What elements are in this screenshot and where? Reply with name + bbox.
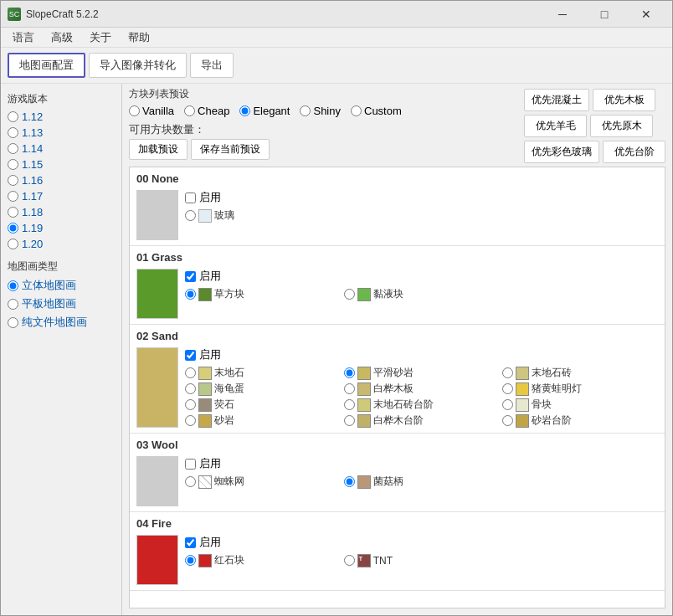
choice-slime[interactable]: 黏液块	[344, 287, 500, 301]
priority-plank-btn[interactable]: 优先木板	[593, 89, 655, 111]
map-type-flat[interactable]: 平板地图画	[8, 295, 115, 312]
toolbar-export[interactable]: 导出	[190, 53, 234, 78]
yellow-lamp-label: 猪黄蛙明灯	[532, 382, 582, 396]
group-sand-checkbox[interactable]	[185, 350, 196, 361]
close-button[interactable]: ✕	[627, 1, 665, 28]
priority-log-btn[interactable]: 优先原木	[590, 115, 653, 137]
group-fire-checkbox[interactable]	[185, 537, 196, 548]
choice-grass-block[interactable]: 草方块	[185, 287, 341, 301]
group-fire-swatch	[136, 535, 178, 585]
group-none-checkbox[interactable]	[185, 192, 196, 203]
version-112[interactable]: 1.12	[8, 110, 115, 124]
group-sand-enable[interactable]: 启用	[185, 347, 658, 362]
birch-planks-label: 白桦木板	[373, 382, 414, 396]
group-wool-enable[interactable]: 启用	[185, 456, 658, 471]
preset-section-title: 方块列表预设	[129, 87, 517, 101]
version-113[interactable]: 1.13	[8, 126, 115, 140]
choice-birch-stair[interactable]: 白桦木台阶	[344, 413, 500, 428]
version-117[interactable]: 1.17	[8, 189, 115, 203]
menu-help[interactable]: 帮助	[120, 28, 158, 47]
priority-concrete-btn[interactable]: 优先混凝土	[524, 89, 589, 111]
load-preset-button[interactable]: 加载预设	[129, 139, 188, 160]
choice-sandstone-stair[interactable]: 砂岩台阶	[502, 413, 658, 428]
toolbar-import-convert[interactable]: 导入图像并转化	[89, 53, 187, 78]
choice-glass[interactable]: 玻璃	[185, 208, 341, 223]
toolbar-map-config[interactable]: 地图画配置	[8, 53, 85, 78]
available-blocks-label: 可用方块数量：	[129, 122, 205, 137]
group-fire-enable[interactable]: 启用	[185, 535, 658, 550]
version-116-label: 1.16	[22, 174, 43, 187]
birch-stair-label: 白桦木台阶	[373, 413, 424, 428]
maximize-button[interactable]: □	[585, 1, 624, 28]
menu-language[interactable]: 语言	[4, 28, 43, 47]
group-sand: 02 Sand 启用 末	[130, 325, 665, 434]
group-fire-enable-label: 启用	[199, 535, 221, 550]
group-grass-swatch	[136, 269, 178, 319]
version-120[interactable]: 1.20	[8, 237, 115, 251]
map-type-3d[interactable]: 立体地图画	[8, 277, 115, 294]
slime-icon	[357, 288, 371, 301]
priority-glass-btn[interactable]: 优先彩色玻璃	[524, 141, 599, 163]
group-sand-choices: 末地石 平滑砂岩 末地石砖	[185, 366, 658, 428]
group-sand-inner: 启用 末地石	[136, 347, 658, 428]
choice-endstone[interactable]: 末地石	[185, 366, 341, 380]
version-114[interactable]: 1.14	[8, 141, 115, 156]
group-grass-inner: 启用 草方块	[136, 269, 658, 319]
choice-yellow-lamp[interactable]: 猪黄蛙明灯	[502, 382, 658, 396]
tnt-icon: T	[357, 554, 371, 567]
endstone-label: 末地石	[214, 366, 244, 380]
save-preset-button[interactable]: 保存当前预设	[191, 139, 270, 160]
group-sand-enable-label: 启用	[199, 347, 221, 362]
priority-slab-btn[interactable]: 优先台阶	[603, 141, 665, 163]
window-controls: ─ □ ✕	[543, 1, 665, 28]
group-none-enable[interactable]: 启用	[185, 190, 658, 205]
version-120-label: 1.20	[22, 238, 43, 250]
minimize-button[interactable]: ─	[543, 1, 582, 28]
group-wool-checkbox[interactable]	[185, 459, 196, 470]
choice-end-stone-brick[interactable]: 末地石砖	[502, 366, 658, 380]
preset-shiny[interactable]: Shiny	[300, 105, 341, 117]
preset-custom[interactable]: Custom	[351, 105, 402, 117]
menu-advanced[interactable]: 高级	[43, 28, 81, 47]
choice-tnt[interactable]: T TNT	[344, 553, 500, 567]
choice-mushroom[interactable]: 菌菇柄	[344, 475, 500, 489]
priority-wool-btn[interactable]: 优先羊毛	[524, 115, 587, 137]
version-119[interactable]: 1.19	[8, 221, 115, 235]
preset-vanilla[interactable]: Vanilla	[129, 105, 174, 117]
version-113-label: 1.13	[22, 126, 43, 139]
preset-elegant[interactable]: Elegant	[239, 105, 290, 117]
window-title: SlopeCraft 5.2.2	[26, 8, 543, 20]
version-115[interactable]: 1.15	[8, 157, 115, 172]
group-sand-swatch	[136, 347, 178, 428]
preset-vanilla-label: Vanilla	[142, 105, 174, 117]
version-116[interactable]: 1.16	[8, 173, 115, 187]
glass-icon	[198, 209, 212, 223]
group-wool-swatch	[136, 456, 178, 506]
choice-birch-planks[interactable]: 白桦木板	[344, 382, 500, 396]
group-none-enable-label: 启用	[199, 190, 221, 205]
preset-controls: 方块列表预设 Vanilla Cheap Elegant	[129, 87, 517, 160]
choice-redstone[interactable]: 红石块	[185, 553, 341, 567]
choice-bone[interactable]: 骨块	[502, 398, 658, 412]
map-type-3d-label: 立体地图画	[22, 278, 76, 293]
choice-sandstone[interactable]: 砂岩	[185, 413, 341, 428]
choice-smooth-sandstone[interactable]: 平滑砂岩	[344, 366, 500, 380]
version-118[interactable]: 1.18	[8, 205, 115, 219]
menu-about[interactable]: 关于	[81, 28, 120, 47]
choice-spider-web[interactable]: 蜘蛛网	[185, 475, 341, 489]
sandstone-stair-label: 砂岩台阶	[532, 413, 572, 428]
choice-gravel[interactable]: 荧石	[185, 398, 341, 412]
spider-web-label: 蜘蛛网	[214, 475, 244, 489]
map-type-section-title: 地图画类型	[8, 259, 115, 274]
group-grass-enable[interactable]: 启用	[185, 269, 658, 284]
choice-end-stone-slab[interactable]: 末地石砖台阶	[344, 398, 500, 412]
turtle-egg-label: 海龟蛋	[214, 382, 244, 396]
priority-buttons: 优先混凝土 优先木板 优先羊毛 优先原木 优先彩色玻璃 优先台阶	[524, 87, 665, 163]
block-list[interactable]: 00 None 启用 玻	[129, 167, 665, 608]
map-type-file[interactable]: 纯文件地图画	[8, 314, 115, 331]
top-controls: 方块列表预设 Vanilla Cheap Elegant	[122, 84, 672, 167]
choice-turtle-egg[interactable]: 海龟蛋	[185, 382, 341, 396]
smooth-sandstone-label: 平滑砂岩	[373, 366, 414, 380]
group-grass-checkbox[interactable]	[185, 271, 196, 282]
preset-cheap[interactable]: Cheap	[184, 105, 229, 117]
